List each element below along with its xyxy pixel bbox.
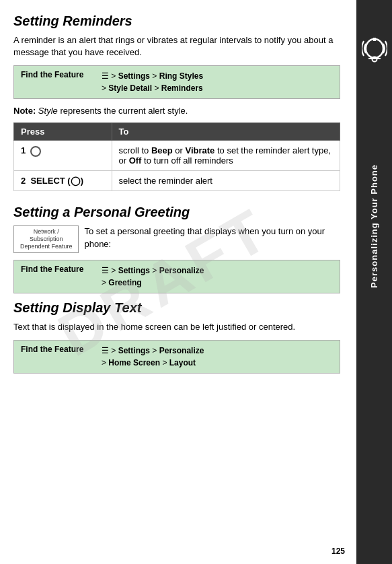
page-number: 125	[331, 547, 345, 556]
section3-body: Text that is displayed in the home scree…	[13, 321, 340, 333]
right-sidebar: Personalizing Your Phone	[356, 0, 392, 564]
find-feature-3-path: ☰ > Settings > Personalize > Home Screen…	[102, 345, 204, 369]
press-to-table: Press To 1 scroll to Beep or Vibrate to …	[13, 122, 340, 191]
find-feature-2-path: ☰ > Settings > Personalize > Greeting	[102, 265, 204, 289]
find-feature-3-label: Find the Feature	[21, 345, 95, 354]
table-col1-header: Press	[14, 123, 112, 141]
greeting-intro-container: Network / SubscriptionDependent Feature …	[13, 225, 340, 252]
table-row: 1 scroll to Beep or Vibrate to set the r…	[14, 141, 340, 171]
main-content: Setting Reminders A reminder is an alert…	[0, 0, 356, 564]
section1-title: Setting Reminders	[13, 13, 340, 29]
menu-icon-1: ☰	[102, 71, 109, 81]
table-cell-press-2: 2 SELECT (◯)	[14, 171, 112, 191]
table-cell-press-1: 1	[14, 141, 112, 171]
table-col2-header: To	[112, 123, 340, 141]
svg-point-0	[366, 39, 383, 58]
section2-title: Setting a Personal Greeting	[13, 205, 340, 220]
section1-body: A reminder is an alert that rings or vib…	[13, 34, 340, 59]
find-feature-1: Find the Feature ☰ > Settings > Ring Sty…	[13, 65, 340, 99]
note-italic: Style	[38, 106, 58, 116]
dial-icon-1	[30, 146, 41, 157]
find-feature-3: Find the Feature ☰ > Settings > Personal…	[13, 340, 340, 374]
section2-intro: To set a personal greeting that displays…	[84, 225, 340, 250]
table-cell-to-2: select the reminder alert	[112, 171, 340, 191]
find-feature-1-label: Find the Feature	[21, 70, 95, 79]
table-cell-to-1: scroll to Beep or Vibrate to set the rem…	[112, 141, 340, 171]
note-prefix: Note:	[13, 106, 36, 116]
svg-rect-1	[373, 38, 376, 41]
menu-icon-3: ☰	[102, 346, 109, 355]
find-feature-1-path: ☰ > Settings > Ring Styles > Style Detai…	[102, 70, 203, 94]
find-feature-2-label: Find the Feature	[21, 265, 95, 274]
section3-title: Setting Display Text	[13, 300, 340, 316]
find-feature-2: Find the Feature ☰ > Settings > Personal…	[13, 260, 340, 293]
note-rest: represents the current alert style.	[60, 106, 188, 116]
table-row: 2 SELECT (◯) select the reminder alert	[14, 171, 340, 191]
bell-icon	[362, 34, 387, 67]
sidebar-vertical-text: Personalizing Your Phone	[369, 164, 379, 288]
section1-note: Note: Style represents the current alert…	[13, 106, 340, 116]
menu-icon-2: ☰	[102, 266, 109, 275]
bell-icon-container	[362, 34, 387, 70]
network-subscription-icon: Network / SubscriptionDependent Feature	[13, 225, 79, 252]
